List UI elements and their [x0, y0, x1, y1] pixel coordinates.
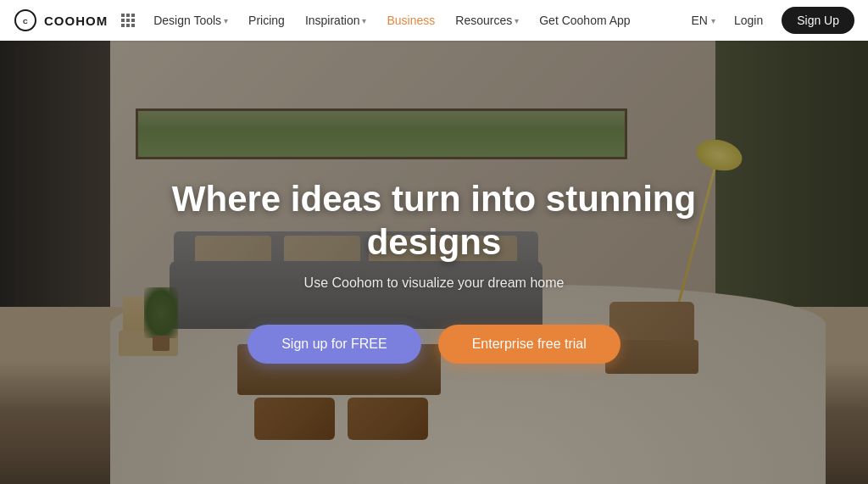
navbar: C COOHOM Design Tools ▾ Pricing Inspirat… [0, 0, 868, 41]
enterprise-trial-button[interactable]: Enterprise free trial [438, 325, 620, 364]
logo[interactable]: C COOHOM [14, 8, 108, 32]
nav-links: Design Tools ▾ Pricing Inspiration ▾ Bus… [145, 8, 691, 32]
nav-item-get-app[interactable]: Get Coohom App [531, 8, 638, 32]
svg-text:C: C [23, 18, 28, 25]
nav-item-pricing[interactable]: Pricing [240, 8, 293, 32]
nav-item-resources[interactable]: Resources ▾ [447, 8, 527, 32]
nav-right: EN ▾ Login Sign Up [691, 7, 854, 34]
nav-item-design-tools[interactable]: Design Tools ▾ [145, 8, 236, 32]
login-button[interactable]: Login [726, 8, 771, 32]
nav-item-business[interactable]: Business [378, 8, 443, 32]
hero-section: Where ideas turn into stunning designs U… [0, 41, 868, 484]
hero-cta-buttons: Sign up for FREE Enterprise free trial [248, 325, 620, 364]
hero-title: Where ideas turn into stunning designs [116, 178, 752, 264]
hero-content: Where ideas turn into stunning designs U… [0, 41, 868, 484]
chevron-down-icon: ▾ [362, 16, 366, 25]
chevron-down-icon: ▾ [515, 16, 519, 25]
language-selector[interactable]: EN ▾ [691, 14, 715, 27]
grid-icon [121, 14, 135, 27]
chevron-down-icon: ▾ [224, 16, 228, 25]
logo-text: COOHOM [44, 14, 108, 28]
nav-item-inspiration[interactable]: Inspiration ▾ [297, 8, 376, 32]
chevron-down-icon: ▾ [711, 16, 715, 25]
hero-subtitle: Use Coohom to visualize your dream home [304, 275, 565, 291]
signup-button[interactable]: Sign Up [782, 7, 854, 34]
coohom-logo-icon: C [14, 8, 37, 32]
signup-free-button[interactable]: Sign up for FREE [248, 325, 421, 364]
